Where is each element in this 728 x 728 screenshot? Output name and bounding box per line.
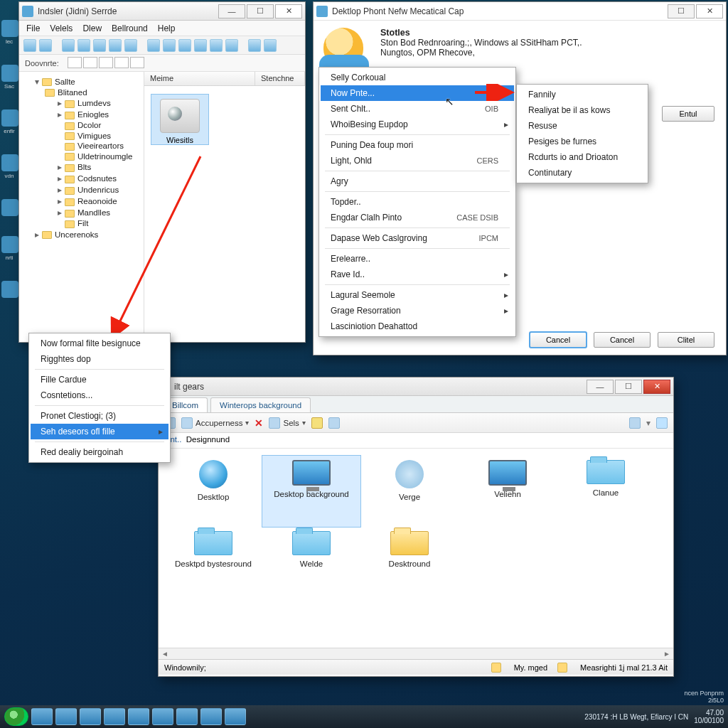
menu-item[interactable]: Sent Chlt..OIB — [321, 101, 514, 117]
maximize-button[interactable]: ☐ — [615, 380, 642, 394]
desktop-icon[interactable] — [1, 154, 18, 171]
file-pane[interactable]: Meime Stenchne Wiesitls — [144, 72, 305, 342]
view-icon[interactable] — [629, 417, 641, 429]
taskbar-item[interactable] — [80, 708, 101, 725]
view-button[interactable] — [130, 57, 144, 68]
grid-item[interactable]: Clanue — [557, 456, 655, 527]
taskbar-item[interactable] — [225, 708, 246, 725]
tree-item[interactable]: ▸Codsnutes — [23, 173, 141, 184]
grid-item[interactable]: Veliehn — [459, 456, 557, 527]
toolbar-button[interactable] — [225, 39, 238, 52]
tree-item[interactable]: ▸Uncerenoks — [23, 229, 141, 240]
menu-item[interactable]: Fannily — [518, 87, 646, 102]
menu-item[interactable]: Agry — [321, 173, 514, 189]
menu-item[interactable]: Continutary — [518, 165, 646, 181]
grid-item[interactable]: Desktpd bystesround — [164, 527, 262, 598]
toolbar-button[interactable] — [109, 39, 122, 52]
system-tray[interactable]: 230174 :H LB Wegt, Efiarcy I CN 47.00 10… — [584, 709, 724, 724]
delete-icon[interactable]: ✕ — [255, 417, 263, 429]
maximize-button[interactable]: ☐ — [668, 4, 695, 18]
menu-item[interactable]: Topder.. — [321, 194, 514, 210]
toolbar-button[interactable] — [264, 39, 277, 52]
view-button[interactable] — [114, 57, 129, 68]
menu-item[interactable]: Rcdurts io and Drioaton — [518, 149, 646, 165]
menu-bellround[interactable]: Bellround — [112, 23, 148, 33]
taskbar[interactable]: 230174 :H LB Wegt, Efiarcy I CN 47.00 10… — [0, 705, 728, 728]
desktop-icon[interactable] — [1, 109, 18, 127]
sels-dropdown[interactable]: Sels — [269, 417, 305, 429]
toolbar-button[interactable] — [163, 39, 176, 52]
grid-item[interactable]: Desktround — [360, 527, 459, 598]
desktop-icon[interactable] — [1, 199, 18, 216]
menu-item[interactable]: Lasciniotion Deahattod — [321, 318, 514, 334]
properties-titlebar[interactable]: Dektlop Phont Nefw Mecatical Cap ☐ ✕ — [314, 2, 726, 21]
menu-dlew[interactable]: Dlew — [82, 23, 102, 33]
menu-item[interactable]: Pesiges be furnes — [518, 134, 646, 149]
menu-item[interactable]: Rave Id..▸ — [321, 267, 514, 282]
toolbar-button[interactable] — [77, 39, 90, 52]
tree-item[interactable]: ▸Eniogles — [23, 109, 141, 120]
tree-item[interactable]: Filt — [23, 218, 141, 228]
menu-item[interactable]: Rigghtes dop — [31, 351, 168, 367]
desktop-icon[interactable] — [1, 281, 18, 298]
minimize-button[interactable]: — — [587, 380, 614, 394]
toolbar-button[interactable] — [62, 39, 75, 52]
menu-item[interactable]: Grage Resorration▸ — [321, 303, 514, 318]
view-button[interactable] — [99, 57, 113, 68]
menu-item[interactable]: Light, OhldCERS — [321, 153, 514, 168]
menu-item[interactable]: WhoiBesing Eupdop▸ — [321, 117, 514, 132]
desktop-icon[interactable] — [1, 236, 18, 253]
toolbar-button[interactable] — [39, 39, 52, 52]
menu-item[interactable]: Engdar Clalh PintoCASE DSIB — [321, 210, 514, 225]
menu-item[interactable]: Dapase Web CaslgrovingIPCM — [321, 230, 514, 246]
clitel-button[interactable]: Clitel — [658, 332, 714, 348]
grid-item[interactable]: Desktop background — [262, 456, 360, 527]
tree-item[interactable]: Uldetrinoumgle — [23, 151, 141, 161]
menu-item[interactable]: Lagural Seemole▸ — [321, 287, 514, 303]
menu-item[interactable]: Red dealiy beirgoinah — [31, 444, 168, 460]
cancel-button-2[interactable]: Cancel — [594, 332, 651, 348]
menu-item[interactable]: Pronet Clestiogi; (3) — [31, 408, 168, 424]
explorer-titlebar[interactable]: Indsler (Jidni) Serrde — ☐ ✕ — [19, 2, 305, 21]
context-submenu[interactable]: FannilyRealiyat be il as kowsResusePesig… — [516, 84, 648, 183]
taskbar-item[interactable] — [55, 708, 77, 725]
file-item[interactable]: Wiesitls — [151, 95, 208, 144]
tab-winterops[interactable]: Winterops background — [210, 397, 311, 412]
accuperness-dropdown[interactable]: Accuperness — [181, 417, 249, 429]
menu-item[interactable]: Fille Cardue — [31, 372, 168, 387]
menu-file[interactable]: File — [26, 23, 40, 33]
menu-item[interactable]: Realiyat be il as kows — [518, 102, 646, 118]
column-headers[interactable]: Meime Stenchne — [144, 72, 305, 86]
cancel-button[interactable]: Cancel — [530, 332, 587, 348]
col-name[interactable]: Meime — [144, 72, 255, 85]
menu-item[interactable]: Seh deseors ofl fille▸ — [31, 424, 168, 439]
menu-item[interactable]: Selly Corkoual — [321, 70, 514, 85]
close-button[interactable]: ✕ — [643, 380, 670, 394]
icon-grid[interactable]: DesktlopDesktop backgroundVergeVeliehnCl… — [159, 449, 673, 648]
col-type[interactable]: Stenchne — [255, 72, 305, 85]
close-button[interactable]: ✕ — [696, 4, 723, 18]
entul-button[interactable]: Entul — [662, 106, 714, 122]
toolbar-button[interactable] — [248, 39, 261, 52]
context-menu[interactable]: Selly CorkoualNow Pnte...▸Sent Chlt..OIB… — [318, 67, 516, 337]
desktop-icon[interactable] — [1, 65, 18, 82]
key-icon[interactable] — [311, 417, 323, 429]
help-icon[interactable] — [656, 417, 668, 429]
menu-item[interactable]: Puning Dea foup mori — [321, 137, 514, 153]
tree-item[interactable]: Sallte — [55, 77, 75, 86]
tree-item[interactable]: Dcolor — [23, 120, 141, 130]
toolbar-button[interactable] — [124, 39, 137, 52]
tree-item[interactable]: ▸Undenricus — [23, 184, 141, 196]
folder-tree[interactable]: ▾Sallte Blitaned ▸Lumdevs ▸Eniogles Dcol… — [19, 72, 144, 342]
menu-view[interactable]: Velels — [50, 23, 73, 33]
taskbar-item[interactable] — [176, 708, 198, 725]
toolbar-button[interactable] — [93, 39, 106, 52]
toolbar-button[interactable] — [147, 39, 160, 52]
tree-item[interactable]: Vimigues — [23, 131, 141, 141]
menu-item[interactable]: Resuse — [518, 118, 646, 134]
breadcrumb[interactable]: ent.. Designnund — [159, 433, 673, 449]
search-icon[interactable] — [328, 417, 340, 429]
maximize-button[interactable]: ☐ — [247, 4, 274, 18]
tree-item[interactable]: ▸Mandlles — [23, 207, 141, 218]
taskbar-item[interactable] — [31, 708, 53, 725]
